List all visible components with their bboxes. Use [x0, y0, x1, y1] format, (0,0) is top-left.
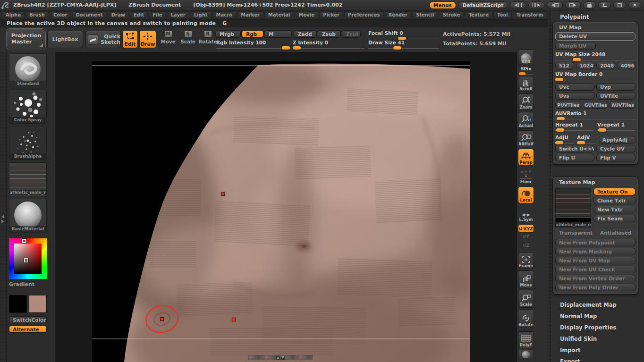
- draw-size-handle[interactable]: [393, 46, 401, 50]
- menus-toggle-button[interactable]: Menus: [429, 1, 456, 9]
- new-from-uv-map-button[interactable]: New From UV Map: [555, 257, 636, 264]
- morph-uv-button[interactable]: Morph UV: [555, 42, 596, 50]
- clone-txtr-button[interactable]: Clone Txtr: [593, 197, 636, 204]
- uv-map-size-handle[interactable]: [573, 58, 581, 61]
- menu-brush[interactable]: Brush: [25, 11, 49, 18]
- lock-button[interactable]: [583, 1, 596, 9]
- uvtile-button[interactable]: UVTile: [596, 92, 636, 100]
- move-gyro-button[interactable]: M Move: [159, 30, 177, 48]
- hrepeat-handle[interactable]: [556, 128, 564, 132]
- projection-master-button[interactable]: Projection Master: [7, 29, 45, 50]
- z-intensity-handle[interactable]: [293, 46, 301, 50]
- section-display-properties[interactable]: Display Properties: [560, 324, 616, 331]
- new-from-uv-check-button[interactable]: New From UV Check: [555, 266, 636, 273]
- local-button[interactable]: Local: [518, 186, 534, 203]
- draw-mode-button[interactable]: Draw: [139, 30, 156, 48]
- tray-divider-handle-icon[interactable]: [1, 215, 4, 223]
- switch-uv-button[interactable]: Switch U<>V: [555, 145, 594, 152]
- menu-light[interactable]: Light: [190, 11, 212, 18]
- default-zscript-button[interactable]: DefaultZScript: [458, 1, 508, 9]
- new-from-polypaint-button[interactable]: New From Polypaint: [555, 239, 636, 246]
- new-from-masking-button[interactable]: New From Masking: [555, 248, 636, 255]
- document-viewport[interactable]: [92, 61, 470, 362]
- menu-transform[interactable]: Transform: [513, 11, 547, 18]
- tray-divider[interactable]: [0, 52, 7, 362]
- rotate-gyro-button[interactable]: R Rotate: [199, 30, 217, 48]
- switch-color-button[interactable]: SwitchColor: [9, 316, 47, 323]
- uv-size-512-button[interactable]: 512: [555, 62, 574, 69]
- aahalf-button[interactable]: AAHalf: [518, 130, 534, 147]
- uvp-button[interactable]: Uvp: [596, 83, 636, 91]
- rotate-z-button[interactable]: ↺Z: [518, 243, 534, 251]
- section-unified-skin[interactable]: Unified Skin: [560, 336, 597, 342]
- adju-handle[interactable]: [555, 141, 563, 144]
- canvas-scale-button[interactable]: Scale: [518, 290, 534, 308]
- transparency-button[interactable]: [518, 350, 534, 359]
- menu-edit[interactable]: Edit: [130, 11, 148, 18]
- new-from-poly-order-button[interactable]: New From Poly Order: [555, 284, 636, 291]
- m-button[interactable]: M: [264, 30, 292, 38]
- menu-color[interactable]: Color: [50, 11, 71, 18]
- main-color-swatch[interactable]: [9, 295, 27, 313]
- uv-map-header[interactable]: UV Map: [555, 24, 636, 32]
- sv-cursor-icon[interactable]: [24, 258, 28, 262]
- rgb-intensity-slider[interactable]: Rgb Intensity 100: [216, 40, 291, 49]
- spix-handle[interactable]: [519, 72, 525, 75]
- canvas-rotate-button[interactable]: Rotate: [518, 309, 534, 328]
- previous-ui-button[interactable]: ◀: [547, 1, 562, 9]
- scroll-button[interactable]: Scroll: [518, 76, 534, 92]
- new-from-vertex-order-button[interactable]: New From Vertex Order: [555, 275, 636, 282]
- alternate-button[interactable]: Alternate: [9, 326, 47, 333]
- alpha-selector[interactable]: BrushAlpha: [9, 126, 47, 160]
- color-picker[interactable]: [9, 238, 47, 279]
- uv-map-border-slider[interactable]: UV Map Border 0: [555, 71, 636, 80]
- texture-selector[interactable]: athletic_male_re: [9, 162, 47, 196]
- draw-size-slider[interactable]: Draw Size 41: [368, 40, 439, 49]
- menu-preferences[interactable]: Preferences: [344, 11, 384, 18]
- edit-mode-button[interactable]: Edit: [122, 30, 138, 48]
- uv-size-1024-button[interactable]: 1024: [576, 62, 595, 69]
- transparent-button[interactable]: Transparent: [555, 229, 594, 236]
- flip-v-button[interactable]: Flip V: [596, 154, 636, 161]
- brush-selector[interactable]: Standard: [9, 53, 47, 87]
- menu-alpha[interactable]: Alpha: [2, 11, 25, 18]
- adjv-handle[interactable]: [577, 141, 585, 144]
- menu-draw[interactable]: Draw: [108, 11, 129, 18]
- next-ui-button[interactable]: ▶: [565, 1, 581, 9]
- hue-cursor-icon[interactable]: [22, 239, 26, 243]
- flip-u-button[interactable]: Flip U: [555, 154, 594, 161]
- lsym-button[interactable]: ◀·▶ L.Sym: [518, 208, 534, 223]
- canvas-move-button[interactable]: Move: [518, 270, 534, 288]
- z-intensity-slider[interactable]: Z Intensity 0: [293, 40, 364, 49]
- persp-button[interactable]: Persp: [518, 149, 534, 166]
- zadd-button[interactable]: Zadd: [294, 30, 317, 38]
- uvc-button[interactable]: Uvc: [555, 83, 594, 91]
- polyframe-button[interactable]: PolyF: [518, 331, 534, 348]
- lightbox-button[interactable]: LightBox: [47, 31, 83, 48]
- rotate-xyz-button[interactable]: ↺ XYZ: [518, 224, 534, 233]
- tray-scroll-left-button[interactable]: ◀: [510, 1, 526, 9]
- spix-slider[interactable]: SPix: [518, 67, 534, 75]
- floor-button[interactable]: X Y Z ↓ Floor: [518, 167, 534, 185]
- right-tray-divider[interactable]: [548, 10, 551, 362]
- restore-button[interactable]: [613, 1, 626, 9]
- menu-material[interactable]: Material: [264, 11, 294, 18]
- texture-on-button[interactable]: Texture On: [593, 188, 636, 195]
- menu-tool[interactable]: Tool: [493, 11, 512, 18]
- delete-uv-button[interactable]: Delete UV: [555, 32, 636, 41]
- applyadj-button[interactable]: ApplyAdj: [599, 136, 636, 143]
- adju-slider[interactable]: AdjU: [555, 135, 574, 143]
- menu-render[interactable]: Render: [385, 11, 411, 18]
- canvas-area[interactable]: ▲ ▼: [55, 52, 517, 362]
- texture-map-header[interactable]: Texture Map: [555, 179, 636, 187]
- adjv-slider[interactable]: AdjV: [577, 135, 596, 143]
- rgb-intensity-handle[interactable]: [282, 46, 290, 50]
- menu-stroke[interactable]: Stroke: [439, 11, 464, 18]
- zoom-button[interactable]: Zoom: [518, 93, 534, 110]
- new-txtr-button[interactable]: New Txtr: [593, 206, 636, 213]
- uv-size-2048-button[interactable]: 2048: [596, 62, 615, 69]
- frame-button[interactable]: Frame: [518, 252, 534, 269]
- hrepeat-slider[interactable]: Hrepeat 1: [555, 122, 593, 131]
- menu-marker[interactable]: Marker: [237, 11, 263, 18]
- horizontal-scrollbar[interactable]: ▲ ▼: [248, 355, 313, 360]
